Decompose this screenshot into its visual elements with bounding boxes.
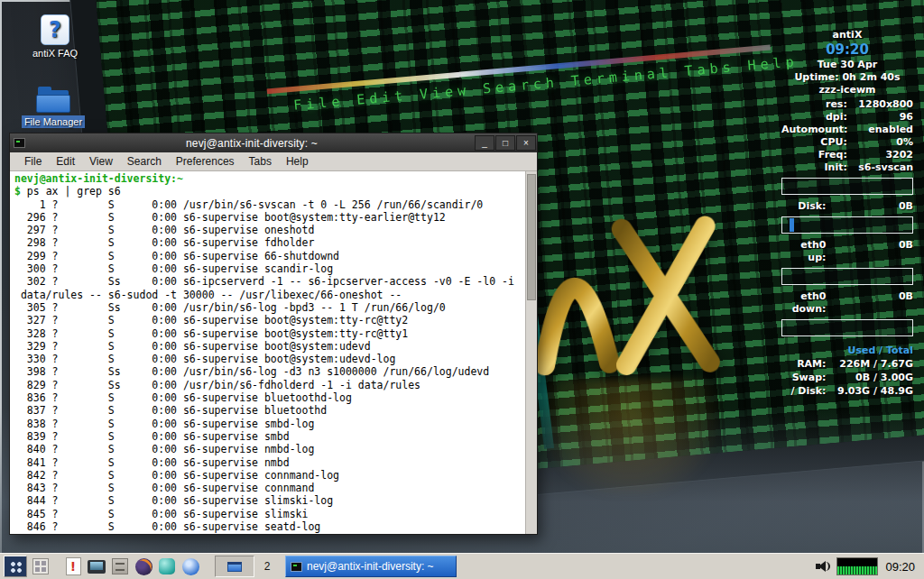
process-line: 298 ? S 0:00 s6-supervise fdholder — [14, 236, 525, 249]
process-line: 299 ? S 0:00 s6-supervise 66-shutdownd — [14, 250, 525, 262]
disk-graph — [781, 216, 913, 234]
disk-value: 0B — [831, 200, 913, 213]
stat-label: Init: — [781, 161, 853, 174]
task-button-label: nevj@antix-init-diversity: ~ — [307, 560, 434, 573]
stat-value: s6-svscan — [853, 161, 913, 174]
eth0-up-value: 0B — [831, 239, 913, 264]
show-desktop-icon — [32, 558, 49, 574]
conky-stat-row: Automount: enabled — [781, 124, 913, 136]
conky-stat-row: dpi: 96 — [781, 111, 913, 124]
taskbar: ! 2 nevj@antix-init-diversity: ~ 09:20 — [0, 553, 924, 579]
teal-app-icon — [159, 558, 175, 574]
taskbar-clock: 09:20 — [882, 560, 920, 574]
maximize-button[interactable]: □ — [495, 135, 515, 151]
disk-graph-bar — [790, 218, 794, 232]
usage-value: 9.03G / 48.9G — [831, 385, 913, 398]
desktop-icon-label: antiX FAQ — [22, 48, 88, 59]
menu-item[interactable]: Preferences — [169, 155, 242, 168]
process-line: 328 ? S 0:00 s6-supervise boot@system:tt… — [14, 327, 525, 340]
eth0-down-value: 0B — [831, 290, 913, 316]
terminal-output-area[interactable]: nevj@antix-init-diversity:~ $ ps ax | gr… — [10, 171, 525, 534]
disk-label: Disk: — [781, 200, 831, 213]
desktop-icon-label: File Manager — [22, 115, 85, 128]
process-line: 329 ? S 0:00 s6-supervise boot@system:ud… — [14, 340, 525, 353]
usage-row: / Disk: 9.03G / 48.9G — [781, 385, 913, 398]
alert-icon: ! — [66, 557, 81, 575]
process-line: data/rules -- s6-sudod -t 30000 -- /usr/… — [14, 289, 525, 301]
conky-monitor: antiX 09:20 Tue 30 Apr Uptime: 0h 2m 40s… — [781, 29, 913, 398]
process-line: 845 ? S 0:00 s6-supervise slimski — [14, 508, 525, 520]
menu-item[interactable]: View — [82, 155, 120, 168]
process-line: 302 ? Ss 0:00 s6-ipcserverd -1 -- s6-ipc… — [14, 275, 525, 288]
updates-notifier-button[interactable]: ! — [63, 556, 83, 576]
cabinet-icon — [112, 558, 128, 574]
monitor-icon — [88, 560, 106, 574]
menu-item[interactable]: Tabs — [242, 155, 279, 168]
process-line: 841 ? S 0:00 s6-supervise nmbd — [14, 456, 525, 469]
usage-label: RAM: — [781, 358, 831, 371]
usage-label: Swap: — [781, 372, 831, 384]
titlebar[interactable]: nevj@antix-init-diversity: ~ _ □ × — [10, 133, 537, 152]
process-line: 837 ? S 0:00 s6-supervise bluetoothd — [14, 404, 525, 417]
stat-label: Automount: — [781, 124, 853, 136]
stat-value: 96 — [853, 111, 913, 124]
process-line: 846 ? S 0:00 s6-supervise seatd-log — [14, 520, 525, 533]
conky-disk-row: Disk: 0B — [781, 200, 913, 213]
conky-date: Tue 30 Apr — [781, 59, 913, 71]
conky-stat-row: Init: s6-svscan — [781, 161, 913, 174]
file-manager-launcher[interactable] — [110, 556, 130, 576]
desktop-icon-file-manager[interactable]: File Manager — [20, 87, 87, 127]
process-line: 296 ? S 0:00 s6-supervise boot@system:tt… — [14, 211, 525, 224]
command-line: $ ps ax | grep s6 — [14, 185, 525, 198]
conky-uptime: Uptime: 0h 2m 40s — [781, 71, 913, 84]
volume-icon[interactable] — [815, 559, 833, 574]
volume-wave-icon — [825, 562, 830, 571]
shell-prompt: nevj@antix-init-diversity:~ — [14, 172, 525, 185]
menu-item[interactable]: Edit — [49, 155, 82, 168]
browser-launcher[interactable] — [180, 556, 200, 576]
menubar: FileEditViewSearchPreferencesTabsHelp — [10, 152, 537, 171]
conky-stats: res: 1280x800 dpi: 96 Automount: enabled… — [781, 98, 913, 174]
command-text: ps ax | grep s6 — [21, 185, 121, 198]
terminal-window: nevj@antix-init-diversity: ~ _ □ × FileE… — [9, 133, 538, 535]
minimize-button[interactable]: _ — [475, 135, 494, 151]
workspace-1-button[interactable] — [215, 556, 254, 577]
usage-value: 0B / 3.00G — [831, 372, 913, 384]
menu-button[interactable] — [4, 556, 27, 577]
workspace-window-icon — [227, 562, 242, 572]
conky-eth0-up-row: eth0 up: 0B — [781, 239, 913, 264]
conky-session: zzz-icewm — [781, 84, 913, 96]
cpu-monitor-applet[interactable] — [836, 557, 878, 575]
close-button[interactable]: × — [516, 135, 536, 151]
process-line: 300 ? S 0:00 s6-supervise scandir-log — [14, 262, 525, 275]
app-launcher-teal[interactable] — [157, 556, 177, 576]
desktop: File Edit View Search Terminal Tabs Help… — [0, 0, 924, 579]
process-line: 844 ? S 0:00 s6-supervise slimski-log — [14, 494, 525, 507]
process-line: 297 ? S 0:00 s6-supervise oneshotd — [14, 224, 525, 236]
scrollbar-thumb[interactable] — [527, 174, 536, 300]
window-title: nevj@antix-init-diversity: ~ — [29, 137, 475, 150]
scrollbar[interactable] — [525, 171, 537, 534]
task-button-terminal[interactable]: nevj@antix-init-diversity: ~ — [285, 556, 457, 577]
menu-item[interactable]: Search — [120, 155, 169, 168]
firefox-launcher[interactable] — [134, 556, 153, 576]
process-line: 840 ? S 0:00 s6-supervise nmbd-log — [14, 443, 525, 455]
stat-value: 1280x800 — [853, 98, 913, 111]
workspace-2-button[interactable]: 2 — [258, 556, 276, 577]
display-tool-button[interactable] — [87, 556, 106, 576]
desktop-icon-antix-faq[interactable]: ? antiX FAQ — [22, 14, 88, 59]
folder-icon — [36, 87, 70, 114]
stat-value: 0% — [853, 136, 913, 149]
process-list: 1 ? S 0:00 /usr/bin/s6-svscan -t 0 -L 25… — [14, 198, 525, 534]
usage-value: 226M / 7.67G — [831, 358, 913, 371]
conky-stat-row: res: 1280x800 — [781, 98, 913, 111]
show-desktop-button[interactable] — [31, 556, 51, 576]
conky-usage: RAM: 226M / 7.67G Swap: 0B / 3.00G / Dis… — [781, 358, 913, 398]
menu-item[interactable]: File — [17, 155, 49, 168]
eth0-up-graph — [781, 268, 913, 285]
process-line: 838 ? S 0:00 s6-supervise smbd-log — [14, 418, 525, 430]
menu-item[interactable]: Help — [279, 155, 316, 168]
usage-label: / Disk: — [781, 385, 831, 398]
process-line: 398 ? Ss 0:00 /usr/bin/s6-log -d3 n3 s10… — [14, 365, 525, 378]
terminal-icon — [14, 138, 25, 148]
